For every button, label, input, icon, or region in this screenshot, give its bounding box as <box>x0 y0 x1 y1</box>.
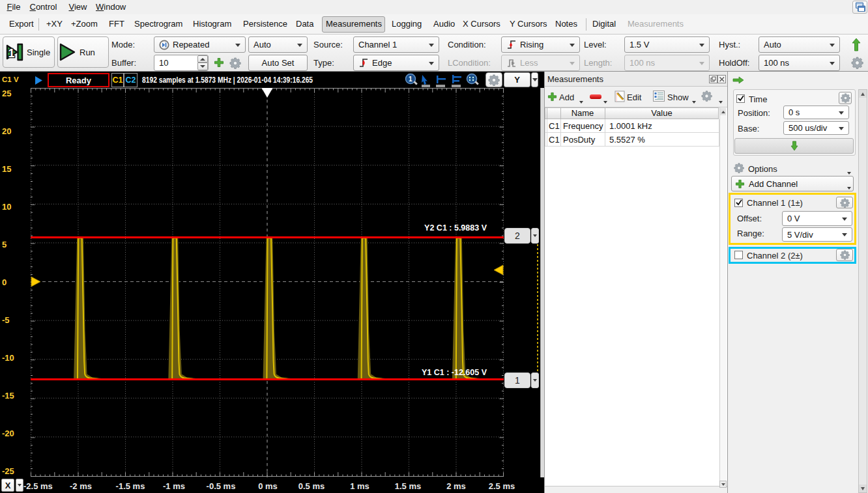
svg-text:Y1 C1 : -12.605 V: Y1 C1 : -12.605 V <box>422 368 487 377</box>
svg-text:1: 1 <box>8 47 15 60</box>
svg-text:Y2 C1 : 5.9883 V: Y2 C1 : 5.9883 V <box>424 223 487 232</box>
svg-text:1: 1 <box>409 76 412 83</box>
